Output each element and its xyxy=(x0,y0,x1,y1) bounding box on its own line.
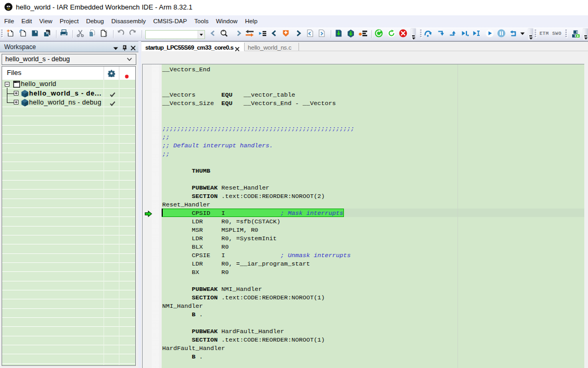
code-line[interactable]: PUBWEAK HardFault_Handler xyxy=(162,327,584,336)
code-line[interactable]: LDR R0, =SystemInit xyxy=(162,234,584,243)
etm-button[interactable]: ETM xyxy=(538,30,550,39)
collapse-icon[interactable] xyxy=(5,82,10,87)
page-forward-icon[interactable] xyxy=(318,29,326,37)
menu-edit[interactable]: Edit xyxy=(18,15,36,27)
code-line[interactable]: LDR R0, =sfb(CSTACK) xyxy=(162,218,584,226)
back-icon[interactable] xyxy=(209,29,217,37)
swo-button[interactable]: SWO xyxy=(550,30,563,39)
workspace-caption[interactable]: Workspace xyxy=(0,41,138,52)
menu-tools[interactable]: Tools xyxy=(191,15,212,27)
code-line[interactable]: CPSIE I ; Unmask interrupts xyxy=(162,251,584,260)
menu-project[interactable]: Project xyxy=(56,15,82,27)
code-line[interactable]: __Vectors EQU __vector_table xyxy=(162,91,584,99)
code-line[interactable] xyxy=(162,277,584,285)
editor-tab[interactable]: startup_LPC55S69_cm33_core0.s xyxy=(142,42,244,51)
new-doc-icon[interactable] xyxy=(6,29,14,37)
code-line[interactable]: B . xyxy=(162,353,584,361)
tab-close-icon[interactable] xyxy=(235,44,240,50)
open-doc-icon[interactable] xyxy=(18,29,27,37)
code-line[interactable]: __Vectors_Size EQU __Vectors_End - __Vec… xyxy=(162,99,584,108)
step-out-icon[interactable] xyxy=(449,29,457,37)
code-line[interactable]: SECTION .text:CODE:REORDER:NOROOT(2) xyxy=(162,192,584,201)
menu-cmsis-dap[interactable]: CMSIS-DAP xyxy=(150,15,191,27)
files-header-row[interactable]: Files xyxy=(2,67,135,80)
debug-nodownload-icon[interactable] xyxy=(347,29,355,37)
toggle-source-icon[interactable] xyxy=(245,29,254,37)
code-line[interactable]: CPSID I ; Mask interrupts xyxy=(162,209,584,218)
copy-icon[interactable] xyxy=(88,29,96,37)
find-input[interactable] xyxy=(146,31,198,38)
editor-gutter[interactable] xyxy=(143,64,162,368)
breakpoint-list-icon[interactable] xyxy=(359,29,367,37)
stop-debug-icon[interactable] xyxy=(509,29,518,37)
run-to-cursor-icon[interactable] xyxy=(472,29,481,37)
config-selector[interactable]: hello_world_s - debug xyxy=(2,54,136,65)
tree-item-label[interactable]: hello_world_s - de... xyxy=(29,89,101,98)
code-line[interactable]: MSR MSPLIM, R0 xyxy=(162,226,584,234)
step-over-icon[interactable] xyxy=(424,29,432,37)
gear-icon[interactable] xyxy=(108,70,115,77)
next-statement-icon[interactable] xyxy=(461,29,469,37)
stop-icon[interactable] xyxy=(399,29,407,37)
code-line[interactable] xyxy=(162,74,584,82)
editor-tab[interactable]: hello_world_ns.c xyxy=(244,42,298,51)
grip-1[interactable] xyxy=(1,30,3,37)
red-dot-icon[interactable] xyxy=(125,71,129,76)
code-line[interactable]: SECTION .text:CODE:REORDER:NOROOT(1) xyxy=(162,336,584,344)
code-line[interactable]: BLX R0 xyxy=(162,243,584,251)
menu-debug[interactable]: Debug xyxy=(82,15,108,27)
panel-splitter[interactable] xyxy=(138,41,141,368)
grip-2[interactable] xyxy=(420,30,422,37)
cut-icon[interactable] xyxy=(76,29,85,37)
code-line[interactable] xyxy=(162,175,584,184)
expand-icon[interactable] xyxy=(14,91,18,96)
overflow-2[interactable] xyxy=(528,28,534,40)
paste-icon[interactable] xyxy=(99,29,108,37)
grip-3[interactable] xyxy=(535,30,536,37)
break-icon[interactable] xyxy=(497,29,506,37)
page-back-icon[interactable] xyxy=(306,29,314,37)
play-list-icon[interactable] xyxy=(258,29,267,37)
code-line[interactable]: PUBWEAK Reset_Handler xyxy=(162,184,584,192)
angle-left-icon[interactable] xyxy=(270,29,278,37)
code-line[interactable] xyxy=(162,158,584,167)
save-icon[interactable] xyxy=(31,29,39,37)
reset-icon[interactable] xyxy=(375,29,383,37)
pin-icon[interactable] xyxy=(122,44,128,50)
code-line[interactable]: HardFault_Handler xyxy=(162,344,584,353)
menu-down-icon[interactable] xyxy=(113,44,119,51)
angle-right-icon[interactable] xyxy=(294,29,303,37)
code-editor[interactable]: __Vectors_End__Vectors EQU __vector_tabl… xyxy=(162,64,584,368)
menu-help[interactable]: Help xyxy=(241,15,262,27)
close-icon[interactable] xyxy=(130,44,136,50)
code-line[interactable]: ;; Default interrupt handlers. xyxy=(162,141,584,150)
overflow-3[interactable] xyxy=(583,28,588,40)
forward-icon[interactable] xyxy=(235,29,243,37)
save-all-icon[interactable] xyxy=(43,29,51,37)
find-combo[interactable] xyxy=(145,30,205,39)
download-debug-icon[interactable] xyxy=(334,29,343,37)
print-icon[interactable] xyxy=(60,29,68,37)
code-line[interactable]: B . xyxy=(162,310,584,319)
tree-item-label[interactable]: hello_world_ns - debug xyxy=(29,98,101,107)
go-icon[interactable] xyxy=(486,29,494,37)
expand-icon[interactable] xyxy=(14,100,18,105)
code-line[interactable]: Reset_Handler xyxy=(162,201,584,209)
menu-view[interactable]: View xyxy=(35,15,56,27)
combo-drop-button[interactable] xyxy=(198,31,204,39)
redo-icon[interactable] xyxy=(129,29,137,37)
code-line[interactable]: THUMB xyxy=(162,167,584,175)
undo-icon[interactable] xyxy=(116,29,125,37)
dropdown-arrow-icon[interactable] xyxy=(518,29,527,37)
code-line[interactable]: LDR R0, =__iar_program_start xyxy=(162,260,584,268)
menu-file[interactable]: File xyxy=(1,15,18,27)
code-line[interactable] xyxy=(162,319,584,327)
blocks-icon[interactable] xyxy=(571,29,580,37)
shield-icon[interactable] xyxy=(282,29,290,37)
reset-soft-icon[interactable] xyxy=(387,29,396,37)
code-line[interactable] xyxy=(162,82,584,91)
code-line[interactable]: BX R0 xyxy=(162,268,584,277)
menu-disassembly[interactable]: Disassembly xyxy=(108,15,150,27)
menu-window[interactable]: Window xyxy=(212,15,241,27)
code-line[interactable]: SECTION .text:CODE:REORDER:NOROOT(1) xyxy=(162,294,584,302)
